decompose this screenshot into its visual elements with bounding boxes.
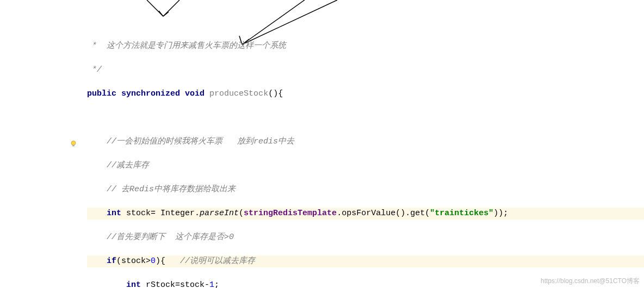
- comment: //一会初始值的时候我将火车票 放到redis中去: [87, 137, 294, 146]
- kw-synchronized: synchronized: [121, 89, 180, 98]
- kw-int: int: [126, 280, 141, 288]
- comment: //说明可以减去库存: [180, 256, 255, 266]
- code: rStock=stock-: [141, 280, 209, 288]
- doc-comment-end: */: [87, 65, 102, 74]
- code: (stock>: [116, 256, 151, 266]
- kw-void: void: [185, 89, 205, 98]
- code-editor[interactable]: * 这个方法就是专门用来减售火车票的这样一个系统 */ public synch…: [0, 0, 644, 288]
- doc-comment: * 这个方法就是专门用来减售火车票的这样一个系统: [87, 41, 286, 51]
- code: ){: [156, 256, 180, 266]
- string-literal: "traintickes": [430, 209, 493, 218]
- kw-public: public: [87, 89, 116, 98]
- static-call: parseInt: [200, 209, 239, 218]
- blank-line: [87, 112, 644, 124]
- indent: [87, 209, 107, 218]
- code: stock= Integer.: [121, 209, 200, 218]
- field-ref: stringRedisTemplate: [244, 209, 337, 218]
- watermark: https://blog.csdn.net@51CTO博客: [541, 277, 640, 286]
- paren: ));: [493, 209, 508, 218]
- indent: [87, 280, 126, 288]
- number: 1: [209, 280, 214, 288]
- indent: [87, 256, 107, 266]
- number: 0: [151, 256, 156, 266]
- paren: (: [239, 209, 244, 218]
- kw-int: int: [107, 209, 121, 218]
- comment: //首先要判断下 这个库存是否>0: [87, 233, 234, 242]
- comment: // 去Redis中将库存数据给取出来: [87, 185, 236, 194]
- code: .opsForValue().get(: [337, 209, 430, 218]
- code: ;: [214, 280, 219, 288]
- kw-if: if: [107, 256, 116, 266]
- comment: //减去库存: [87, 161, 149, 170]
- method-name: produceStock: [209, 89, 268, 98]
- method-parens: (){: [268, 89, 283, 98]
